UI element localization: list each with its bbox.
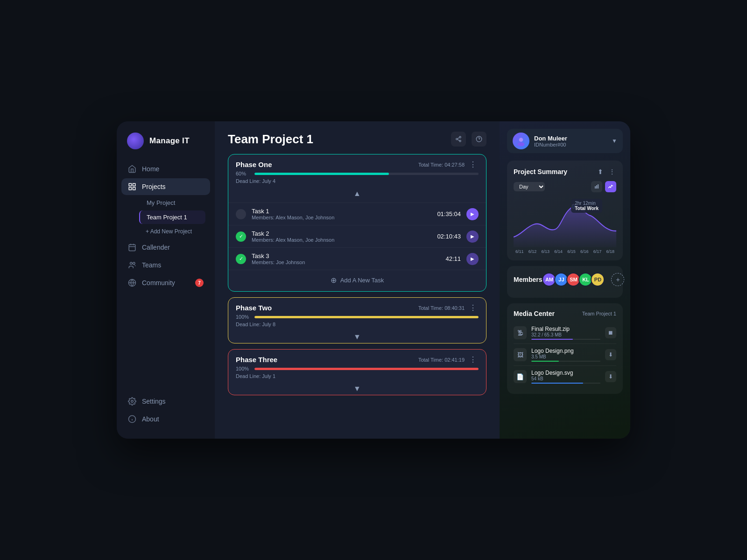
bar-chart-icon [594,184,599,189]
user-name: Don Muleer [534,135,607,142]
sidebar-item-projects[interactable]: Projects [121,178,210,195]
task-2-name: Task 2 [252,230,431,237]
my-project-label: My Project [147,199,175,206]
phase-two-menu[interactable]: ⋮ [467,303,479,312]
task-1-members: Members: Alex Mason, Joe Johnson [252,215,431,220]
phase-two-progress-fill [254,316,479,318]
phase-one-menu[interactable]: ⋮ [467,160,479,169]
add-task-button[interactable]: ⊕ Add A New Task [228,270,486,290]
projects-section: My Project Team Project 1 + Add New Proj… [121,196,210,238]
chart-bar-button[interactable] [591,181,602,192]
avatar [513,133,529,149]
phase-one-header: Phase One Total Time: 04:27:58 ⋮ 60% Dea… [228,154,486,188]
svg-rect-3 [133,188,135,190]
community-icon [128,279,136,287]
phase-three-name: Phase Three [236,356,277,364]
phase-two-collapse[interactable]: ▼ [228,331,486,343]
svg-rect-1 [133,183,135,186]
task-3-play-button[interactable]: ▶ [466,253,479,265]
user-header[interactable]: Don Muleer IDNumber#00 ▼ [507,129,623,153]
sidebar-item-settings[interactable]: Settings [121,393,210,410]
task-2-play-button[interactable]: ▶ [466,231,479,243]
settings-icon [128,397,136,406]
svg-point-8 [130,262,133,265]
phase-two-name: Phase Two [236,304,272,312]
svg-point-23 [519,138,523,142]
summary-upload-button[interactable]: ⬆ [597,167,604,176]
chart-day-select[interactable]: Day Week Month [514,182,545,191]
phase-three-progress-bar [254,368,479,370]
media-center-title: Media Center [514,310,555,317]
sidebar-item-calendar[interactable]: Callender [121,239,210,256]
projects-icon [128,182,136,191]
task-1-play-button[interactable]: ▶ [466,208,479,220]
task-1-check[interactable]: ✓ [236,209,246,219]
community-label: Community [142,279,175,287]
about-icon [128,415,136,423]
task-2-check[interactable]: ✓ [236,231,246,242]
phase-one-tasks: ✓ Task 1 Members: Alex Mason, Joe Johnso… [228,200,486,291]
file-2-download-button[interactable]: ⬇ [605,349,616,360]
phase-three-menu[interactable]: ⋮ [467,355,479,364]
members-header: Members AM JJ SM KL PD + [514,273,616,287]
phases-container: Phase One Total Time: 04:27:58 ⋮ 60% Dea… [215,154,500,439]
svg-rect-4 [129,245,135,251]
table-row: ✓ Task 3 Members: Joe Johnson 42:11 ▶ [228,247,486,270]
sidebar-item-teams[interactable]: Teams [121,257,210,273]
add-member-button[interactable]: + [611,273,624,286]
help-button[interactable] [472,132,486,147]
file-3-progress [531,383,600,384]
add-new-project-button[interactable]: + Add New Project [139,225,205,238]
list-item: 🗜 Final Result.zip 32.2 / 65.3 MB ⏹ [514,322,616,344]
file-3-progress-fill [531,383,583,384]
chart-x-labels: 6/11 6/12 6/13 6/14 6/15 6/16 6/17 6/18 [514,249,616,254]
task-2-members: Members: Alex Mason, Joe Johnson [252,237,431,243]
project-summary-header: Project Summary ⬆ ⋮ [514,167,616,176]
list-item: 🖼 Logo Design.png 3.5 MB ⬇ [514,344,616,366]
task-3-name: Task 3 [252,252,440,259]
member-avatar-5: PD [591,273,605,287]
sidebar-item-home[interactable]: Home [121,161,210,177]
user-info: Don Muleer IDNumber#00 [534,135,607,147]
phase-three-collapse[interactable]: ▼ [228,383,486,395]
main-content: Team Project 1 [215,121,500,439]
chart-icon-buttons [591,181,616,192]
file-2-name: Logo Design.png [531,348,600,354]
task-3-check[interactable]: ✓ [236,254,246,264]
file-1-size: 32.2 / 65.3 MB [531,332,600,337]
sidebar-item-about[interactable]: About [121,411,210,427]
file-1-progress-fill [531,339,573,340]
svg-point-18 [459,140,461,142]
chart-line-button[interactable] [605,181,616,192]
media-center-header: Media Center Team Project 1 [514,310,616,317]
phase-two-percent: 100% [236,314,250,320]
share-button[interactable] [451,132,466,147]
file-3-download-button[interactable]: ⬇ [605,371,616,382]
main-header: Team Project 1 [215,121,500,154]
file-2-progress [531,361,600,362]
file-1-action-button[interactable]: ⏹ [605,327,616,338]
chart-label-1: 6/12 [529,249,537,254]
calendar-icon [128,243,136,252]
members-title: Members [514,276,542,283]
sidebar-nav: Home Projects My Project Team Project 1 [117,161,215,393]
tooltip-line1: 2hr 12min [575,201,599,206]
table-row: ✓ Task 1 Members: Alex Mason, Joe Johnso… [228,203,486,225]
phase-two-card: Phase Two Total Time: 08:40:31 ⋮ 100% De… [228,297,486,343]
sidebar-item-community[interactable]: Community 7 [121,274,210,291]
members-row: AM JJ SM KL PD + [542,273,624,287]
task-3-time: 42:11 [445,255,461,262]
svg-point-12 [131,400,134,403]
chevron-down-icon: ▼ [612,138,617,144]
file-icon-zip: 🗜 [514,326,527,339]
summary-more-button[interactable]: ⋮ [608,167,616,176]
task-2-time: 02:10:43 [437,233,461,240]
sidebar-item-my-project[interactable]: My Project [139,196,205,210]
task-1-info: Task 1 Members: Alex Mason, Joe Johnson [252,208,431,220]
chart-label-7: 6/18 [606,249,614,254]
sidebar-item-team-project-1[interactable]: Team Project 1 [139,210,205,224]
chart-label-3: 6/14 [554,249,563,254]
phase-one-collapse[interactable]: ▲ [228,188,486,200]
right-panel: Don Muleer IDNumber#00 ▼ Project Summary… [500,121,630,439]
phase-one-progress-fill [254,173,389,175]
